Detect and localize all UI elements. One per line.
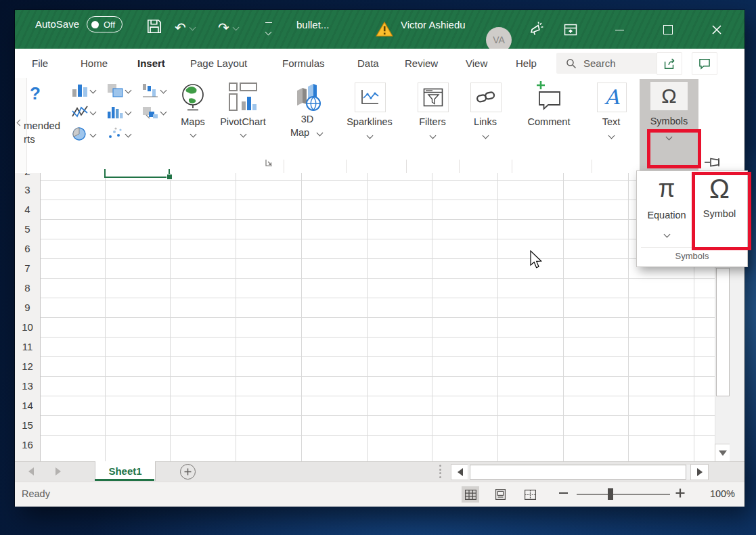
dropdown-group-label: Symbols (637, 251, 747, 261)
column-chart-icon (72, 83, 88, 97)
equation-button[interactable]: π Equation (642, 174, 691, 241)
zoom-slider-track[interactable] (577, 494, 670, 495)
undo-icon: ↶ (175, 20, 186, 35)
search-input[interactable]: Search (556, 53, 657, 74)
text-iconbox: A (597, 83, 627, 112)
tab-data[interactable]: Data (357, 49, 379, 78)
worksheet-grid[interactable] (40, 173, 715, 461)
selected-cell-border-bottom (104, 177, 167, 179)
row-header[interactable]: 9 (15, 298, 41, 318)
redo-button[interactable]: ↷ (218, 20, 238, 36)
row-header[interactable]: 4 (15, 200, 41, 220)
scatter-chart-icon (107, 126, 123, 141)
maximize-button[interactable] (658, 20, 678, 40)
row-header[interactable]: 13 (15, 376, 41, 396)
row-header[interactable]: 7 (15, 258, 41, 279)
scroll-down-button[interactable] (715, 444, 731, 463)
tab-help[interactable]: Help (516, 49, 537, 78)
vertical-scrollbar-thumb[interactable] (716, 268, 730, 396)
tab-home[interactable]: Home (81, 49, 108, 78)
chevron-down-icon (430, 133, 437, 139)
toggle-knob-icon (91, 21, 99, 28)
tab-view[interactable]: View (466, 49, 487, 78)
qat-bar-icon (265, 22, 272, 23)
user-name[interactable]: Victor Ashiedu (401, 19, 466, 30)
chevron-down-icon (664, 231, 671, 238)
chevron-down-icon (160, 87, 167, 94)
row-header[interactable]: 6 (15, 239, 41, 259)
map-3d-icon (292, 81, 323, 112)
insert-hierarchy-chart-button[interactable] (142, 105, 166, 119)
chevron-down-icon (90, 131, 97, 137)
tab-page-layout[interactable]: Page Layout (190, 49, 247, 78)
comments-panel-button[interactable] (692, 52, 717, 75)
insert-area-chart-button[interactable] (107, 83, 131, 97)
zoom-slider-thumb[interactable] (608, 488, 613, 500)
row-header[interactable]: 14 (15, 396, 41, 416)
page-layout-view-button[interactable] (491, 486, 509, 503)
scroll-right-button[interactable] (690, 464, 709, 480)
close-button[interactable] (707, 20, 727, 40)
tab-review[interactable]: Review (405, 49, 438, 78)
zoom-level-label[interactable]: 100% (693, 488, 735, 499)
hierarchy-chart-icon (142, 105, 158, 119)
row-header[interactable]: 16 (15, 435, 41, 455)
tab-formulas[interactable]: Formulas (282, 49, 325, 78)
share-button[interactable] (657, 52, 682, 75)
horizontal-scrollbar-thumb[interactable] (470, 465, 686, 480)
selection-fill-handle[interactable] (166, 174, 173, 180)
close-icon (711, 24, 722, 35)
pivotchart-label: PivotChart (218, 116, 268, 127)
pin-ribbon-button[interactable] (704, 156, 721, 168)
triangle-right-icon (697, 468, 703, 476)
row-header[interactable]: 10 (15, 317, 41, 338)
row-header[interactable]: 3 (15, 180, 41, 200)
filters-label: Filters (418, 116, 447, 127)
status-mode: Ready (22, 488, 50, 499)
equation-label: Equation (642, 210, 691, 220)
pivotchart-icon (227, 81, 259, 112)
save-button[interactable] (146, 18, 163, 35)
insert-scatter-chart-button[interactable] (107, 126, 131, 141)
insert-column-chart-button[interactable] (72, 83, 95, 97)
insert-waterfall-chart-button[interactable] (142, 83, 166, 97)
insert-line-chart-button[interactable] (72, 105, 95, 119)
tab-scrollbar-splitter[interactable] (439, 465, 441, 478)
tab-insert[interactable]: Insert (137, 49, 165, 78)
insert-histogram-chart-button[interactable] (107, 105, 131, 119)
sheet-nav-next-button[interactable] (55, 467, 61, 475)
chevron-down-icon (90, 87, 97, 94)
plus-icon (675, 488, 685, 498)
zoom-in-button[interactable] (675, 488, 685, 498)
avatar-initials: VA (493, 34, 505, 45)
document-title: bullet... (296, 19, 329, 30)
row-header[interactable]: 15 (15, 415, 41, 436)
insert-pie-chart-button[interactable] (72, 126, 95, 141)
row-header[interactable]: 11 (15, 337, 41, 357)
zoom-out-button[interactable] (559, 492, 568, 494)
row-header[interactable]: 8 (15, 278, 41, 298)
comments-bubble-icon (698, 57, 711, 70)
sheet-tab-sheet1[interactable]: Sheet1 (95, 461, 156, 481)
charts-dialog-launcher[interactable] (265, 159, 273, 166)
normal-view-button[interactable] (462, 486, 479, 503)
autosave-toggle[interactable]: Off (87, 16, 123, 32)
warning-icon[interactable] (376, 21, 393, 37)
save-icon (146, 18, 163, 35)
feedback-button[interactable] (526, 20, 546, 40)
title-bar: AutoSave Off ↶ ↷ bullet... (15, 10, 744, 49)
minimize-button[interactable] (609, 20, 629, 40)
scroll-left-button[interactable] (451, 464, 469, 480)
tab-file[interactable]: File (32, 49, 48, 78)
add-sheet-button[interactable] (180, 464, 196, 480)
page-break-view-button[interactable] (521, 486, 539, 503)
quick-access-customize-button[interactable] (265, 22, 272, 37)
row-header[interactable]: 12 (15, 356, 41, 377)
row-header-partial[interactable] (15, 455, 41, 461)
triangle-left-icon (28, 467, 34, 475)
omega-icon: Ω (661, 86, 676, 106)
sheet-nav-prev-button[interactable] (28, 467, 34, 475)
undo-button[interactable]: ↶ (175, 20, 195, 36)
ribbon-display-options-button[interactable] (560, 20, 581, 40)
row-header[interactable]: 5 (15, 219, 41, 239)
